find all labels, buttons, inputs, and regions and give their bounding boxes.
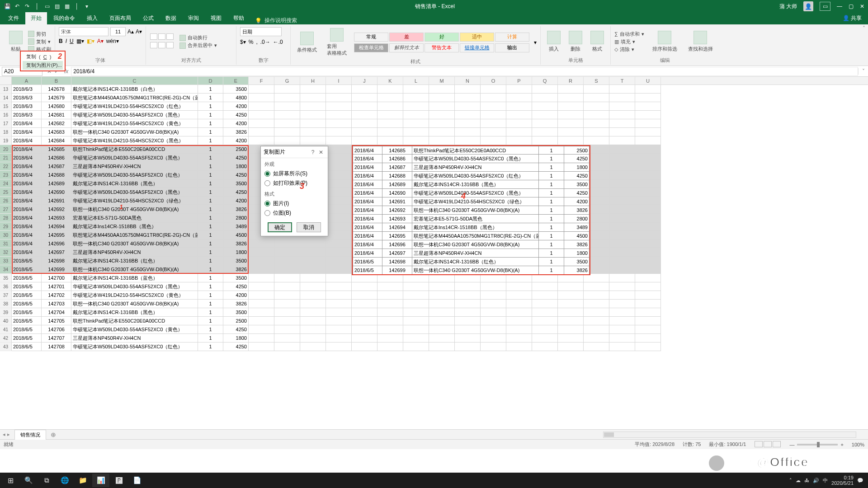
cell[interactable]: 2018/6/4 (12, 222, 42, 231)
cell[interactable]: 2018/6/4 (12, 239, 42, 248)
cell[interactable] (377, 334, 403, 343)
column-header-J[interactable]: J (352, 77, 377, 84)
cell[interactable]: 4250 (223, 154, 249, 162)
radio-as-screen[interactable]: 如屏幕所示(S) (264, 169, 324, 178)
cell[interactable]: 2018/6/4 (12, 231, 42, 239)
cell[interactable] (403, 128, 429, 136)
cell[interactable] (274, 300, 300, 308)
style-output[interactable]: 输出 (495, 43, 529, 52)
tab-insert[interactable]: 插入 (81, 12, 103, 24)
fill-button[interactable]: ▥ 填充 ▾ (614, 38, 644, 46)
cell[interactable] (326, 222, 352, 231)
cell[interactable] (481, 343, 506, 351)
cell[interactable]: 联想一体机C340 G2030T 4G50GVW-D8(BK)(A) (71, 205, 198, 214)
cell[interactable] (532, 334, 558, 343)
cell[interactable] (455, 102, 481, 111)
cell[interactable]: 华硕笔记本W509LD4030-554ASF52XC0（红色） (71, 343, 198, 351)
cell[interactable] (558, 94, 584, 102)
cell[interactable] (300, 128, 326, 136)
cell[interactable] (481, 334, 506, 343)
cell[interactable] (403, 325, 429, 334)
cell[interactable] (274, 265, 300, 274)
alignment-grid[interactable] (150, 33, 174, 50)
cell[interactable]: 142701 (42, 282, 71, 291)
row-header[interactable]: 13 (0, 85, 12, 94)
increase-font-icon[interactable]: A▴ (127, 28, 134, 35)
close-icon[interactable]: ✕ (860, 3, 864, 9)
cell[interactable] (352, 102, 377, 111)
cell[interactable] (352, 128, 377, 136)
cell[interactable] (429, 111, 455, 119)
cell[interactable] (249, 334, 274, 343)
cell[interactable] (300, 300, 326, 308)
row-header[interactable]: 24 (0, 179, 12, 188)
cell[interactable] (609, 300, 635, 308)
cell[interactable]: 4200 (223, 136, 249, 145)
cell[interactable]: 1 (198, 154, 223, 162)
row-header[interactable]: 22 (0, 162, 12, 171)
row-header[interactable]: 27 (0, 205, 12, 214)
cell[interactable] (635, 214, 661, 222)
cell[interactable] (584, 102, 609, 111)
cell[interactable]: 1 (198, 119, 223, 128)
cell[interactable] (300, 239, 326, 248)
cell[interactable]: 2500 (223, 317, 249, 325)
row-header[interactable]: 23 (0, 171, 12, 179)
cell[interactable] (300, 102, 326, 111)
cell[interactable] (609, 179, 635, 188)
cell[interactable]: 三星超薄本NP450R4V-XH4CN (71, 334, 198, 343)
table-row[interactable]: 132018/6/3142678戴尔笔记本INS14CR-1316BB（白色）1… (0, 85, 868, 94)
cell[interactable]: 2018/6/4 (12, 205, 42, 214)
format-as-table-button[interactable]: 套用 表格格式 (324, 27, 349, 57)
column-header-T[interactable]: T (609, 77, 635, 84)
cell[interactable]: 联想笔记本M4450AA105750M4G1TR8C(RE-2G)-CN（蓝） (71, 231, 198, 239)
cell[interactable] (481, 119, 506, 128)
cell[interactable] (274, 111, 300, 119)
cell[interactable] (326, 128, 352, 136)
cell[interactable] (609, 325, 635, 334)
cell[interactable]: 3500 (223, 179, 249, 188)
cell[interactable] (403, 343, 429, 351)
cell[interactable]: 1 (198, 300, 223, 308)
tab-formulas[interactable]: 公式 (137, 12, 159, 24)
cell[interactable] (558, 119, 584, 128)
cell[interactable] (481, 325, 506, 334)
row-header[interactable]: 18 (0, 128, 12, 136)
cell[interactable] (429, 334, 455, 343)
radio-picture[interactable]: 图片(I) (264, 199, 324, 208)
cell[interactable] (609, 239, 635, 248)
dialog-help-icon[interactable]: ? (309, 149, 317, 155)
cell[interactable] (377, 274, 403, 282)
cell[interactable]: 1 (198, 325, 223, 334)
decrease-font-icon[interactable]: A▾ (136, 28, 142, 35)
cell[interactable] (326, 300, 352, 308)
cell[interactable] (300, 257, 326, 265)
cell[interactable] (558, 291, 584, 300)
cell[interactable] (635, 317, 661, 325)
cell[interactable] (326, 265, 352, 274)
cell[interactable] (609, 343, 635, 351)
wrap-text-button[interactable]: 自动换行 (179, 34, 217, 42)
column-header-O[interactable]: O (481, 77, 506, 84)
cell[interactable] (326, 231, 352, 239)
cell[interactable] (506, 282, 532, 291)
cell[interactable] (326, 257, 352, 265)
delete-cells-button[interactable]: 删除 (566, 30, 585, 53)
cell[interactable]: 4500 (223, 231, 249, 239)
cell[interactable] (326, 325, 352, 334)
style-good[interactable]: 好 (425, 33, 459, 42)
cell[interactable] (481, 111, 506, 119)
insert-cells-button[interactable]: 插入 (544, 30, 563, 53)
row-header[interactable]: 28 (0, 214, 12, 222)
print-preview-icon[interactable]: ▦ (63, 3, 71, 10)
cell[interactable]: 1 (198, 343, 223, 351)
zoom-value[interactable]: 100% (852, 442, 864, 447)
sheet-tab-sales[interactable]: 销售情况 (14, 430, 46, 440)
table-row[interactable]: 422018/6/5142707三星超薄本NP450R4V-XH4CN11800 (0, 334, 868, 343)
cell[interactable] (352, 119, 377, 128)
cell[interactable] (609, 136, 635, 145)
cell[interactable]: 华硕笔记本W509LD4030-554ASF52XC0（黑色） (71, 111, 198, 119)
cell[interactable] (403, 282, 429, 291)
cell[interactable]: 142686 (42, 154, 71, 162)
cell[interactable]: 1800 (223, 162, 249, 171)
